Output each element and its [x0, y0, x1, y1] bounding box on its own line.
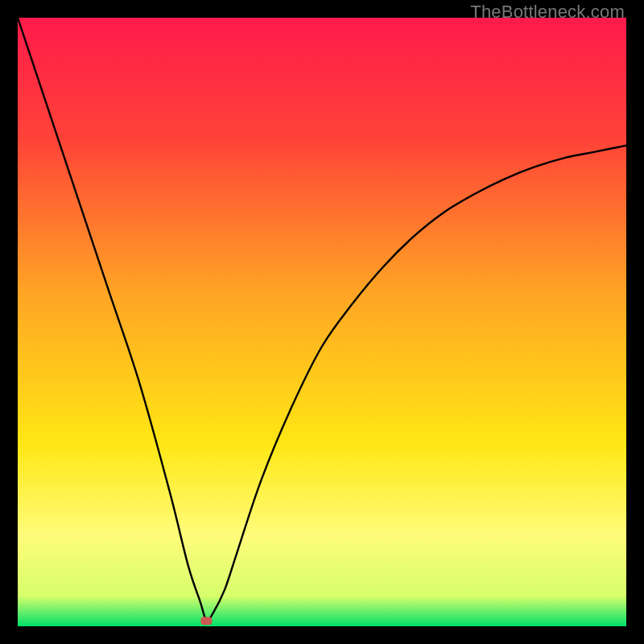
optimal-point-marker	[200, 617, 212, 625]
gradient-background	[18, 18, 626, 626]
watermark-text: TheBottleneck.com	[470, 2, 625, 23]
bottleneck-chart	[18, 18, 626, 626]
chart-frame	[18, 18, 626, 626]
